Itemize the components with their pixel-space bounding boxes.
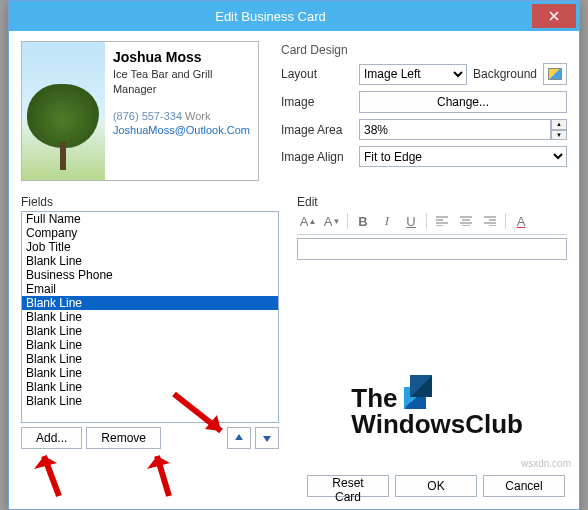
card-preview: Joshua Moss Ice Tea Bar and Grill Manage… xyxy=(21,41,259,181)
image-align-label: Image Align xyxy=(281,150,353,164)
area-spin-up[interactable]: ▲ xyxy=(551,119,567,130)
svg-marker-1 xyxy=(34,456,57,469)
field-item[interactable]: Job Title xyxy=(22,240,278,254)
arrow-down-icon xyxy=(261,432,273,444)
card-design-panel: Card Design Layout Image Left Background… xyxy=(277,41,567,181)
fields-section: Fields Full NameCompanyJob TitleBlank Li… xyxy=(21,195,279,449)
layout-label: Layout xyxy=(281,67,353,81)
background-label: Background xyxy=(473,67,537,81)
titlebar[interactable]: Edit Business Card xyxy=(9,1,579,31)
field-item[interactable]: Business Phone xyxy=(22,268,278,282)
bold-button[interactable]: B xyxy=(352,211,374,231)
field-item[interactable]: Blank Line xyxy=(22,366,278,380)
preview-phone-value: (876) 557-334 xyxy=(113,110,182,122)
logo-line1: The xyxy=(351,385,397,411)
image-area-label: Image Area xyxy=(281,123,353,137)
field-item[interactable]: Blank Line xyxy=(22,296,278,310)
dialog-title: Edit Business Card xyxy=(9,9,532,24)
ok-button[interactable]: OK xyxy=(395,475,477,497)
remove-field-button[interactable]: Remove xyxy=(86,427,161,449)
watermark: wsxdn.com xyxy=(521,458,571,469)
preview-name: Joshua Moss xyxy=(113,48,250,67)
align-center-button[interactable] xyxy=(455,211,477,231)
field-item[interactable]: Blank Line xyxy=(22,380,278,394)
area-spin-down[interactable]: ▼ xyxy=(551,130,567,141)
move-down-button[interactable] xyxy=(255,427,279,449)
field-item[interactable]: Blank Line xyxy=(22,338,278,352)
svg-marker-3 xyxy=(147,456,170,469)
preview-job: Manager xyxy=(113,82,250,97)
preview-company: Ice Tea Bar and Grill xyxy=(113,67,250,82)
edit-heading: Edit xyxy=(297,195,567,209)
card-design-heading: Card Design xyxy=(281,43,567,57)
thewindowsclub-logo: The WindowsClub xyxy=(351,383,523,437)
add-field-button[interactable]: Add... xyxy=(21,427,82,449)
background-color-button[interactable] xyxy=(543,63,567,85)
reset-card-button[interactable]: Reset Card xyxy=(307,475,389,497)
field-item[interactable]: Blank Line xyxy=(22,324,278,338)
image-area-input[interactable] xyxy=(359,119,551,140)
italic-button[interactable]: I xyxy=(376,211,398,231)
font-color-button[interactable]: A xyxy=(510,211,532,231)
fields-heading: Fields xyxy=(21,195,279,209)
preview-phone-label: Work xyxy=(185,110,210,122)
field-item[interactable]: Company xyxy=(22,226,278,240)
underline-button[interactable]: U xyxy=(400,211,422,231)
field-item[interactable]: Blank Line xyxy=(22,254,278,268)
field-item[interactable]: Blank Line xyxy=(22,352,278,366)
cancel-button[interactable]: Cancel xyxy=(483,475,565,497)
move-up-button[interactable] xyxy=(227,427,251,449)
decrease-font-button[interactable]: A▼ xyxy=(321,211,343,231)
edit-toolbar: A▲ A▼ B I U A xyxy=(297,211,567,235)
preview-phone: (876) 557-334 Work xyxy=(113,109,250,124)
edit-business-card-dialog: Edit Business Card Joshua Moss Ice Tea B… xyxy=(8,0,580,510)
close-icon xyxy=(549,11,559,21)
svg-line-0 xyxy=(44,456,59,496)
field-item[interactable]: Blank Line xyxy=(22,394,278,408)
close-button[interactable] xyxy=(532,4,576,28)
align-left-button[interactable] xyxy=(431,211,453,231)
arrow-up-icon xyxy=(233,432,245,444)
fields-list[interactable]: Full NameCompanyJob TitleBlank LineBusin… xyxy=(21,211,279,423)
layout-select[interactable]: Image Left xyxy=(359,64,467,85)
field-item[interactable]: Blank Line xyxy=(22,310,278,324)
increase-font-button[interactable]: A▲ xyxy=(297,211,319,231)
svg-line-2 xyxy=(157,456,169,496)
edit-value-input[interactable] xyxy=(297,238,567,260)
preview-email: JoshuaMoss@Outlook.Com xyxy=(113,123,250,138)
image-label: Image xyxy=(281,95,353,109)
image-align-select[interactable]: Fit to Edge xyxy=(359,146,567,167)
field-item[interactable]: Full Name xyxy=(22,212,278,226)
change-image-button[interactable]: Change... xyxy=(359,91,567,113)
card-image xyxy=(22,42,105,180)
logo-line2: WindowsClub xyxy=(351,411,523,437)
paint-icon xyxy=(548,68,562,80)
align-right-button[interactable] xyxy=(479,211,501,231)
field-item[interactable]: Email xyxy=(22,282,278,296)
